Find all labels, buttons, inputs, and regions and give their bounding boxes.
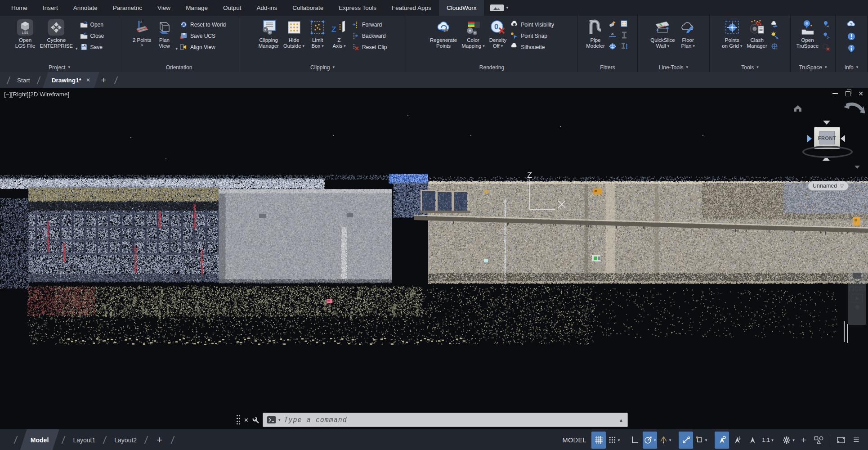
floor-plan-caret[interactable]: ▾ [693,44,695,48]
open-lgs-file-button[interactable]: LGS Open LGS File [13,17,37,63]
tab-add-ins[interactable]: Add-ins [249,0,285,16]
isodraft-caret-icon[interactable]: ▾ [669,438,671,442]
polar-caret-icon[interactable]: ▾ [654,438,656,442]
object-snap-tracking-toggle[interactable] [679,432,693,449]
beam-height-button[interactable] [619,41,629,51]
tab-express-tools[interactable]: Express Tools [331,0,384,16]
command-bar-grip[interactable] [236,414,241,426]
clip-state-pill[interactable]: Unnamed ▽ [808,181,849,191]
project-open-button[interactable]: Open [79,19,106,30]
z-axis-caret[interactable]: ▾ [344,44,346,48]
center-ball-button[interactable] [770,42,780,51]
panel-title-fitters[interactable]: Fitters [578,63,637,72]
truspace-points-button[interactable] [821,31,831,40]
limit-box-button[interactable]: Limit Box▾ [307,17,328,63]
hide-outside-button[interactable]: Hide Outside▾ [282,17,306,63]
plan-view-button[interactable]: Plan View [154,17,174,63]
start-tab[interactable]: Start [14,72,33,88]
ortho-toggle[interactable] [627,432,642,449]
workspace-switching-button[interactable]: ▾ [781,432,796,449]
annotation-scale-value[interactable]: 1:1 ▾ [761,432,775,449]
project-close-button[interactable]: Close [79,30,106,41]
regenerate-points-button[interactable]: Regenerate Points [428,17,459,63]
panel-title-truspace[interactable]: TruSpace▾ [791,63,835,72]
viewcube-left-arrow[interactable] [807,135,812,142]
fit-cylinder-button[interactable] [608,19,617,28]
truview-ghost-toolbar[interactable] [848,270,866,325]
tab-home[interactable]: Home [4,0,35,16]
layout2-tab[interactable]: Layout2 [111,429,140,450]
command-close-icon[interactable]: ✕ [244,417,249,423]
minimize-icon[interactable] [832,93,838,94]
ghost-tool-icon[interactable] [853,273,861,279]
align-view-button[interactable]: Align View [179,41,227,53]
object-snap-toggle[interactable]: ▾ [694,432,708,449]
point-snap-button[interactable]: Point Snap [509,30,555,41]
project-save-button[interactable]: Save [79,41,106,53]
sketch-steel-button[interactable] [619,19,629,28]
panel-title-clipping[interactable]: Clipping▾ [239,63,406,72]
pipe-modeler-button[interactable]: Pipe Modeler [584,17,607,63]
tab-featured-apps[interactable]: Featured Apps [384,0,439,16]
layout1-tab[interactable]: Layout1 [69,429,99,450]
two-points-caret[interactable]: ▾ [141,44,143,47]
color-mapping-button[interactable]: Color Mapping▾ [460,17,487,63]
clip-forward-button[interactable]: Forward [350,19,388,30]
customization-button[interactable]: + [796,432,811,449]
open-truspace-button[interactable]: Open TruSpace [795,17,820,63]
customize-wrench-icon[interactable] [252,416,260,424]
z-axis-button[interactable]: Z Z Axis▾ [329,17,349,63]
scale-caret-icon[interactable]: ▾ [771,438,774,442]
plane-points-button[interactable] [770,19,780,29]
limit-box-caret[interactable]: ▾ [322,44,324,48]
two-points-button[interactable]: z 2 Points ▾ [131,17,153,63]
tab-view[interactable]: View [150,0,178,16]
points-on-grid-caret[interactable]: ▾ [740,44,743,48]
silhouette-button[interactable]: Silhouette [509,41,555,53]
tab-collaborate[interactable]: Collaborate [285,0,331,16]
panel-title-rendering[interactable]: Rendering [406,63,577,72]
panel-title-line-tools[interactable]: Line-Tools▾ [638,63,709,72]
clean-screen-button[interactable] [834,432,848,449]
annotation-scale-sync-toggle[interactable] [745,432,760,449]
reset-clip-button[interactable]: Reset Clip [350,41,388,53]
quickslice-wall-button[interactable]: QuickSlice Wall▾ [649,17,676,63]
truspace-view-button[interactable] [821,19,831,29]
isolate-objects-button[interactable] [812,432,826,449]
navbar-collapse-arrow[interactable] [855,166,860,169]
light-wand-button[interactable] [770,31,780,40]
ghost-play-button[interactable] [852,294,863,302]
command-expand-icon[interactable]: ▲ [619,418,623,423]
about-button[interactable] [846,44,856,53]
drawing1-tab[interactable]: Drawing1* ✕ [43,72,99,88]
clipping-manager-button[interactable]: Clipping Manager [257,17,281,63]
cyclone-enterprise-button[interactable]: CYE Cyclone ENTERPRISE [38,17,75,63]
quickslice-caret[interactable]: ▾ [667,44,670,48]
tab-annotate[interactable]: Annotate [66,0,105,16]
help-button[interactable]: ? [846,19,856,29]
floor-plan-button[interactable]: Floor Plan▾ [678,17,698,63]
new-drawing-button[interactable]: + [98,72,110,88]
clip-backward-button[interactable]: Backward [350,30,388,41]
panel-title-project[interactable]: Project▾ [0,63,119,72]
density-caret[interactable]: ▾ [501,44,503,48]
tab-cloudworx[interactable]: CloudWorx [439,0,484,16]
ghost-square-icon[interactable] [855,287,859,291]
hide-outside-caret[interactable]: ▾ [303,44,305,48]
isodraft-toggle[interactable]: ▾ [658,432,672,449]
viewcube-home-icon[interactable] [793,104,802,112]
annotation-visibility-toggle[interactable] [715,432,729,449]
viewcube-compass-ring[interactable] [802,146,853,158]
reset-to-world-button[interactable]: Reset to World [179,19,227,30]
command-prompt-icon[interactable] [267,416,276,423]
color-mapping-caret[interactable]: ▾ [483,44,485,48]
command-history-caret[interactable]: ▾ [278,418,281,422]
model-tab[interactable]: Model [20,429,59,450]
problem-report-button[interactable] [846,32,856,41]
ghost-caret-icon[interactable] [855,281,859,284]
ghost-dot-icon[interactable] [855,305,859,309]
point-visibility-button[interactable]: Point Visibility [509,19,555,30]
command-input[interactable]: ▾ Type a command ▲ [263,413,628,427]
panel-title-info[interactable]: Info▾ [836,63,867,72]
snap-mode-toggle[interactable]: ▾ [607,432,621,449]
